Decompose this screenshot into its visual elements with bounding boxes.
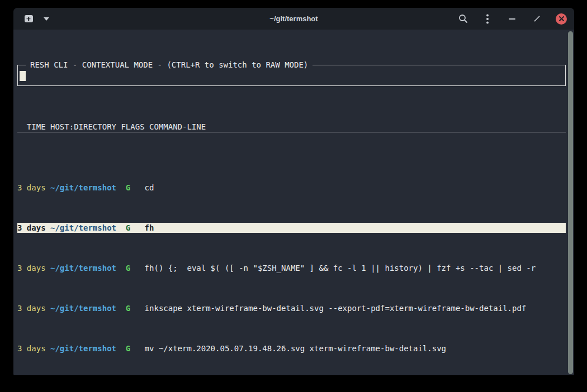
scrollbar-track [567,31,574,374]
terminal-content: RESH CLI - CONTEXTUAL MODE - (CTRL+R to … [13,30,574,375]
row-time: 3 days [17,183,46,192]
new-tab-icon [25,15,33,22]
row-flags: G [116,223,130,232]
history-list: 3 days ~/git/termshot G cd 3 days ~/git/… [17,162,566,375]
history-row[interactable]: 3 days ~/git/termshot G fh() {; eval $( … [17,263,566,273]
row-command: fh [130,223,154,232]
history-row[interactable]: 3 days ~/git/termshot G mv ~/xterm.2020.… [17,343,566,353]
kebab-menu-icon [486,14,489,24]
row-time: 3 days [17,344,46,353]
row-flags: G [116,344,130,353]
row-flags: G [116,183,130,192]
terminal-window: ~/git/termshot [13,8,574,375]
history-row[interactable]: 3 days ~/git/termshot G inkscape xterm-w… [17,303,566,313]
minimize-button[interactable] [506,13,518,25]
menu-button[interactable] [481,13,494,25]
restore-icon [533,15,541,22]
close-icon [556,13,567,25]
chevron-down-icon [44,17,49,21]
row-time: 3 days [17,223,46,232]
row-time: 3 days [17,264,46,273]
search-icon [458,14,468,23]
new-tab-button[interactable] [22,13,35,25]
titlebar: ~/git/termshot [13,8,574,30]
search-input[interactable]: RESH CLI - CONTEXTUAL MODE - (CTRL+R to … [17,65,566,86]
row-command: fh() {; eval $( ([ -n "$ZSH_NAME" ] && f… [130,264,536,273]
close-button[interactable] [555,13,567,25]
row-command: cd [130,183,154,192]
history-row[interactable]: 3 days ~/git/termshot G fh [17,223,566,233]
row-directory: ~/git/termshot [46,344,116,353]
history-row[interactable]: 3 days ~/git/termshot G cd [17,183,566,193]
row-directory: ~/git/termshot [46,264,116,273]
tab-chooser-button[interactable] [40,13,53,25]
row-directory: ~/git/termshot [46,223,116,232]
row-command: inkscape xterm-wireframe-bw-detail.svg -… [130,304,526,313]
row-flags: G [116,264,130,273]
scrollbar-thumb[interactable] [568,31,573,374]
restore-button[interactable] [531,13,543,25]
resh-mode-title: RESH CLI - CONTEXTUAL MODE - (CTRL+R to … [26,60,313,70]
minimize-icon [509,18,515,20]
search-button[interactable] [457,13,469,25]
row-command: mv ~/xterm.2020.05.07.19.48.26.svg xterm… [130,344,446,353]
history-table-header: TIME HOST:DIRECTORY FLAGS COMMAND-LINE [17,122,566,132]
row-time: 3 days [17,304,46,313]
text-cursor [20,71,26,81]
row-directory: ~/git/termshot [46,304,116,313]
row-flags: G [116,304,130,313]
row-directory: ~/git/termshot [46,183,116,192]
